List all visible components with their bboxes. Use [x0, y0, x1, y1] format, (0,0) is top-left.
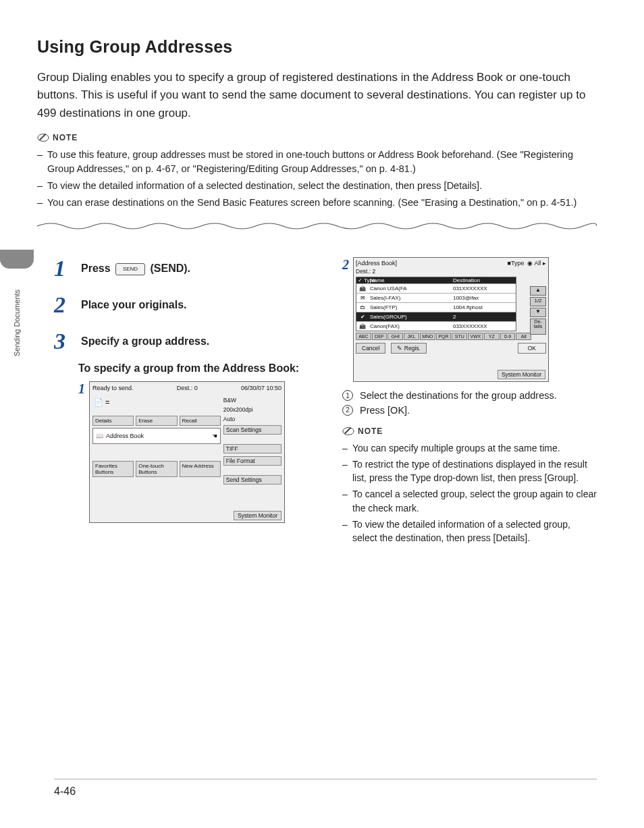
pencil-icon: [37, 132, 49, 144]
ss2-alpha-tab[interactable]: 0-9: [500, 333, 516, 340]
circled-step-2: 2Press [OK].: [342, 404, 597, 418]
left-column: 1 Press SEND (SEND). 2 Place your origin…: [54, 257, 308, 551]
ss1-system-monitor-button[interactable]: System Monitor: [234, 511, 281, 520]
two-column-layout: 1 Press SEND (SEND). 2 Place your origin…: [37, 257, 597, 551]
note-item: To view the detailed information of a se…: [37, 179, 597, 193]
ss1-dest: Dest.: 0: [177, 385, 198, 391]
note-list: To use this feature, group addresses mus…: [37, 148, 597, 210]
substep-number: 2: [342, 257, 349, 273]
ss2-type-dropdown[interactable]: ■Type ◉ All ▸: [508, 260, 547, 267]
ss2-dest-count: Dest.: 2: [356, 268, 546, 275]
step-2-text: Place your originals.: [81, 299, 187, 310]
svg-line-1: [40, 134, 46, 140]
sub-note-list: You can specify multiple groups at the s…: [342, 441, 597, 545]
side-tab-label: Sending Documents: [0, 269, 34, 377]
page-number: 4-46: [54, 785, 76, 798]
screenshot-1-wrap: 1 Ready to send. Dest.: 0 06/30/07 10:50…: [78, 381, 308, 523]
side-tab: Sending Documents: [0, 250, 34, 385]
note-heading: NOTE: [342, 425, 597, 437]
pointer-icon: ☚: [212, 433, 217, 439]
sub-note-item: To view the detailed information of a se…: [342, 518, 597, 545]
note-heading: NOTE: [37, 132, 597, 144]
note-item: You can erase destinations on the Send B…: [37, 196, 597, 210]
book-icon: 📖: [96, 433, 103, 439]
ss1-scan-button[interactable]: Scan Settings: [223, 425, 281, 435]
send-key-icon: SEND: [115, 263, 145, 275]
note-label: NOTE: [53, 133, 78, 142]
step-2: 2 Place your originals.: [54, 294, 308, 316]
ss1-file-button[interactable]: File Format: [223, 456, 281, 466]
ss2-alpha-tab[interactable]: MNO: [420, 333, 435, 340]
ss1-erase-button[interactable]: Erase: [136, 416, 177, 426]
ss2-page-indicator: 1/2: [530, 297, 546, 306]
note-label: NOTE: [358, 426, 383, 436]
ss1-mode-bw: B&W: [223, 397, 281, 404]
ss1-recall-button[interactable]: Recall: [180, 416, 221, 426]
circled-step-1: 1Select the destinations for the group a…: [342, 389, 597, 404]
step-3-text: Specify a group address.: [81, 335, 209, 347]
circled-steps-list: 1Select the destinations for the group a…: [342, 389, 597, 418]
step-number: 3: [54, 330, 81, 353]
circle-1-icon: 1: [342, 390, 353, 401]
ss2-alpha-tab[interactable]: YZ: [484, 333, 500, 340]
ss1-details-button[interactable]: Details: [92, 416, 134, 426]
ss2-table-row[interactable]: ✔Sales(GROUP)2: [356, 312, 516, 321]
ss1-address-book-button[interactable]: 📖 Address Book ☚: [92, 428, 221, 444]
sub-note-item: To restrict the type of destinations dis…: [342, 458, 597, 485]
ss2-title: [Address Book]: [356, 260, 397, 267]
ss1-timestamp: 06/30/07 10:50: [241, 385, 281, 391]
step-1-pre: Press: [81, 263, 113, 274]
step-3: 3 Specify a group address.: [54, 330, 308, 353]
sub-note-item: You can specify multiple groups at the s…: [342, 441, 597, 455]
ss2-table-row[interactable]: 📠Canon USA(FA031XXXXXXX: [356, 283, 516, 293]
ss2-up-button[interactable]: ▲: [530, 286, 546, 296]
ss1-newaddr-button[interactable]: New Address: [180, 461, 221, 477]
substep-number: 1: [78, 381, 85, 397]
ss1-mode-dpi: 200x200dpi: [223, 406, 281, 413]
ss2-alpha-tab[interactable]: JKL: [404, 333, 419, 340]
step-3-subheading: To specify a group from the Address Book…: [78, 362, 308, 375]
ss2-alpha-tab[interactable]: ABC: [356, 333, 371, 340]
screenshot-address-book: [Address Book] ■Type ◉ All ▸ Dest.: 2 ✓T…: [353, 257, 549, 382]
ss2-details-button[interactable]: De- tails: [530, 319, 546, 335]
ss1-tiff-button[interactable]: TIFF: [223, 444, 281, 453]
step-number: 2: [54, 294, 81, 316]
wave-divider: [37, 221, 597, 231]
footer-rule: [54, 779, 597, 779]
ss2-alpha-tabs: ABCDEFGHIJKLMNOPQRSTUVWXYZ0-9All: [356, 333, 531, 340]
ss2-table-header: ✓TypeNameDestination: [356, 277, 516, 283]
ss2-scroll-buttons: ▲ 1/2 ▼ De- tails: [530, 286, 546, 335]
ss2-alpha-tab[interactable]: All: [516, 333, 531, 340]
step-1: 1 Press SEND (SEND).: [54, 257, 308, 280]
svg-point-0: [38, 134, 49, 142]
section-title: Using Group Addresses: [37, 37, 597, 57]
ss2-ok-button[interactable]: OK: [518, 343, 546, 354]
ss2-system-monitor-button[interactable]: System Monitor: [498, 370, 545, 379]
ss1-mode-auto: Auto: [223, 416, 281, 422]
ss2-table-row[interactable]: 📠Canon(FAX)033XXXXXXX: [356, 321, 516, 331]
ss2-table-row[interactable]: 🗀Sales(FTP)1004.ftphost: [356, 302, 516, 312]
svg-point-2: [343, 427, 354, 435]
ss1-onetouch-button[interactable]: One-touch Buttons: [136, 461, 177, 477]
ss1-favorites-button[interactable]: Favorites Buttons: [92, 461, 134, 477]
pencil-icon: [342, 425, 354, 437]
ss2-register-button[interactable]: ✎ Regis.: [391, 343, 426, 354]
ss2-alpha-tab[interactable]: PQR: [436, 333, 452, 340]
intro-paragraph: Group Dialing enables you to specify a g…: [37, 69, 597, 122]
svg-line-3: [345, 427, 351, 433]
ss2-alpha-tab[interactable]: DEF: [372, 333, 387, 340]
circle-2-icon: 2: [342, 405, 353, 416]
ss2-table-row[interactable]: ✉Sales(I-FAX)1003@ifax: [356, 293, 516, 302]
ss2-alpha-tab[interactable]: GHI: [387, 333, 403, 340]
side-tab-cap: [0, 250, 34, 269]
note-block-main: NOTE To use this feature, group addresse…: [37, 132, 597, 210]
step-1-text: Press SEND (SEND).: [81, 263, 190, 274]
ss2-alpha-tab[interactable]: VWX: [468, 333, 483, 340]
ss2-table: ✓TypeNameDestination 📠Canon USA(FA031XXX…: [356, 277, 516, 331]
ss2-down-button[interactable]: ▼: [530, 308, 546, 317]
ss1-send-button[interactable]: Send Settings: [223, 475, 281, 485]
ss2-alpha-tab[interactable]: STU: [452, 333, 467, 340]
right-column: 2 [Address Book] ■Type ◉ All ▸ Dest.: 2 …: [342, 257, 597, 551]
note-block-sub: NOTE You can specify multiple groups at …: [342, 425, 597, 545]
ss2-cancel-button[interactable]: Cancel: [356, 343, 385, 354]
